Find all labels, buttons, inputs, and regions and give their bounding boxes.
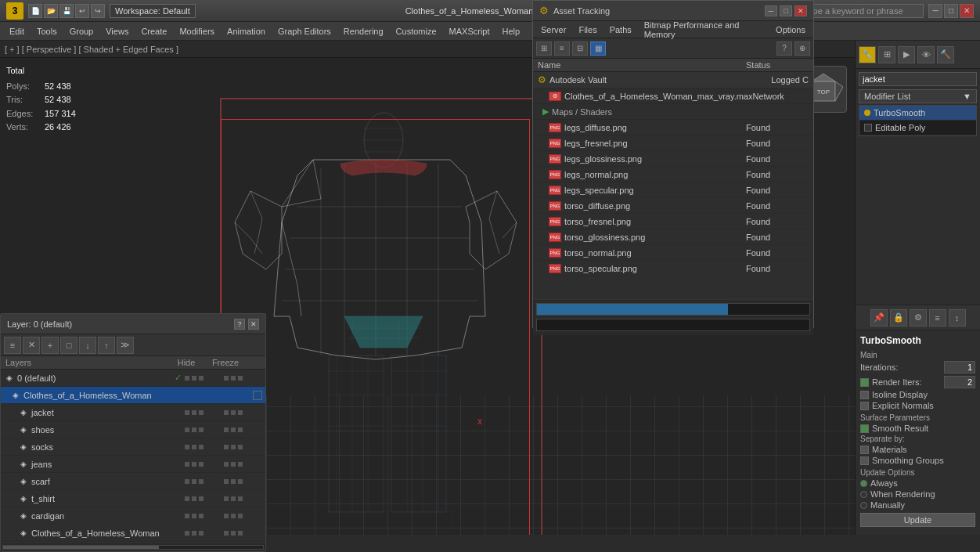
ts-iterations-input[interactable] <box>944 361 975 373</box>
modifier-name-input[interactable] <box>859 72 977 86</box>
minimize-button[interactable]: ─ <box>928 4 942 18</box>
menu-customize[interactable]: Customize <box>390 24 443 38</box>
materials-checkbox[interactable] <box>860 446 869 454</box>
layers-scrollbar[interactable] <box>1 542 265 551</box>
layer-item-scarf[interactable]: ◈ scarf <box>1 473 265 490</box>
ts-render-iters-input[interactable] <box>944 376 975 388</box>
close-button[interactable]: ✕ <box>960 4 974 18</box>
layer-item-tshirt[interactable]: ◈ t_shirt <box>1 490 265 507</box>
asset-tb-list[interactable]: ≡ <box>554 41 570 56</box>
motion-icon[interactable]: ▶ <box>898 46 915 63</box>
render-iters-checkbox[interactable] <box>860 378 869 387</box>
asset-tb-add[interactable]: ⊕ <box>794 41 810 56</box>
asset-tb-grid[interactable]: ⊞ <box>536 41 552 56</box>
menu-maxscript[interactable]: MAXScript <box>443 24 496 38</box>
layer-item-cardigan[interactable]: ◈ cardigan <box>1 507 265 525</box>
maximize-button[interactable]: □ <box>944 4 958 18</box>
asset-menu-options[interactable]: Options <box>771 23 810 36</box>
layers-add-selection-btn[interactable]: □ <box>60 337 77 354</box>
layers-help-button[interactable]: ? <box>234 319 245 330</box>
asset-tb-table[interactable]: ▦ <box>590 41 606 56</box>
search-input[interactable]: Type a keyword or phrase <box>798 4 924 18</box>
configure-icon[interactable]: ⚙ <box>910 309 927 327</box>
asset-subgroup-maps[interactable]: ▶ Maps / Shaders <box>533 104 813 120</box>
modifier-turbosmoooth[interactable]: TurboSmooth <box>859 106 976 121</box>
asset-menu-server[interactable]: Server <box>536 23 571 36</box>
asset-item-torso-specular[interactable]: PNG torso_specular.png Found <box>533 261 813 276</box>
menu-tools[interactable]: Tools <box>31 24 63 38</box>
layer-expand-box[interactable] <box>253 391 262 400</box>
asset-tb-help[interactable]: ? <box>776 41 792 56</box>
modifier-editable-poly[interactable]: Editable Poly <box>859 121 976 135</box>
layer-item-clothes-woman[interactable]: ◈ Clothes_of_a_Homeless_Woman <box>1 387 265 404</box>
asset-item-legs-specular[interactable]: PNG legs_specular.png Found <box>533 182 813 198</box>
menu-animation[interactable]: Animation <box>221 24 272 38</box>
options-icon[interactable]: ≡ <box>929 309 946 327</box>
menu-modifiers[interactable]: Modifiers <box>173 24 221 38</box>
layers-expand-btn[interactable]: ↑ <box>98 337 115 354</box>
utilities-icon[interactable]: 🔨 <box>937 46 954 63</box>
modifier-list-header[interactable]: Modifier List ▼ <box>859 89 977 103</box>
save-btn[interactable]: 💾 <box>59 4 74 18</box>
asset-item-torso-gloss[interactable]: PNG torso_glossiness.png Found <box>533 229 813 245</box>
menu-edit[interactable]: Edit <box>3 24 31 38</box>
asset-item-clothes-max[interactable]: ⚙ Clothes_of_a_Homeless_Woman_max_vray.m… <box>533 88 813 104</box>
layer-item-default[interactable]: ◈ 0 (default) ✓ <box>1 370 265 387</box>
asset-minimize-button[interactable]: ─ <box>765 5 777 16</box>
menu-rendering[interactable]: Rendering <box>337 24 390 38</box>
asset-menu-bitmap[interactable]: Bitmap Performance and Memory <box>640 19 768 41</box>
asset-item-legs-normal[interactable]: PNG legs_normal.png Found <box>533 167 813 182</box>
asset-tb-details[interactable]: ⊟ <box>572 41 588 56</box>
when-rendering-radio[interactable] <box>860 491 867 498</box>
asset-group-autodesk-vault[interactable]: ⚙ Autodesk Vault Logged C <box>533 72 813 88</box>
lock-icon[interactable]: 🔒 <box>890 309 907 327</box>
asset-menu-paths[interactable]: Paths <box>605 23 636 36</box>
layer-item-jeans[interactable]: ◈ jeans <box>1 456 265 473</box>
menu-create[interactable]: Create <box>135 24 173 38</box>
layers-scroll-thumb[interactable] <box>3 546 159 549</box>
menu-graph-editors[interactable]: Graph Editors <box>272 24 337 38</box>
new-btn[interactable]: 📄 <box>28 4 42 18</box>
asset-name-torso-diffuse: torso_diffuse.png <box>564 201 746 211</box>
select-icon[interactable]: ↕ <box>949 309 966 327</box>
undo-btn[interactable]: ↩ <box>75 4 89 18</box>
manually-radio[interactable] <box>860 502 867 509</box>
layers-delete-btn[interactable]: ✕ <box>23 337 40 354</box>
layer-item-socks[interactable]: ◈ socks <box>1 438 265 456</box>
asset-close-button[interactable]: ✕ <box>794 5 807 16</box>
asset-path-input[interactable] <box>536 319 810 331</box>
layers-scroll-track[interactable] <box>2 545 264 550</box>
asset-item-torso-diffuse[interactable]: PNG torso_diffuse.png Found <box>533 198 813 214</box>
hierarchy-icon[interactable]: ⊞ <box>878 46 895 63</box>
asset-item-legs-diffuse[interactable]: PNG legs_diffuse.png Found <box>533 120 813 135</box>
asset-item-torso-fresnel[interactable]: PNG torso_fresnel.png Found <box>533 214 813 229</box>
layers-select-obj-btn[interactable]: ↓ <box>79 337 96 354</box>
redo-btn[interactable]: ↪ <box>91 4 105 18</box>
display-icon[interactable]: 👁 <box>917 46 935 63</box>
isoline-checkbox[interactable] <box>860 391 869 399</box>
layer-item-clothes2[interactable]: ◈ Clothes_of_a_Homeless_Woman <box>1 525 265 542</box>
update-button[interactable]: Update <box>860 513 975 527</box>
workspace-selector[interactable]: Workspace: Default <box>110 4 196 18</box>
asset-item-legs-fresnel[interactable]: PNG legs_fresnel.png Found <box>533 135 813 151</box>
layers-close-button[interactable]: ✕ <box>248 319 259 330</box>
menu-group[interactable]: Group <box>63 24 100 38</box>
layers-menu-btn[interactable]: ≡ <box>4 337 21 354</box>
asset-restore-button[interactable]: □ <box>780 5 792 16</box>
layer-item-shoes[interactable]: ◈ shoes <box>1 421 265 438</box>
smooth-result-checkbox[interactable] <box>860 424 869 433</box>
asset-item-torso-normal[interactable]: PNG torso_normal.png Found <box>533 245 813 261</box>
layers-collapse-btn[interactable]: ≫ <box>117 337 134 354</box>
explicit-normals-checkbox[interactable] <box>860 402 869 410</box>
asset-item-legs-gloss[interactable]: PNG legs_glossiness.png Found <box>533 151 813 167</box>
modifier-panel-icon[interactable]: 🔧 <box>859 46 876 63</box>
open-btn[interactable]: 📂 <box>44 4 58 18</box>
asset-menu-files[interactable]: Files <box>574 23 601 36</box>
smoothing-groups-checkbox[interactable] <box>860 456 869 465</box>
menu-views[interactable]: Views <box>99 24 135 38</box>
layer-item-jacket[interactable]: ◈ jacket <box>1 404 265 421</box>
layers-add-btn[interactable]: + <box>41 337 59 354</box>
always-radio[interactable] <box>860 480 867 487</box>
menu-help[interactable]: Help <box>496 24 527 38</box>
pin-icon[interactable]: 📌 <box>870 309 888 327</box>
